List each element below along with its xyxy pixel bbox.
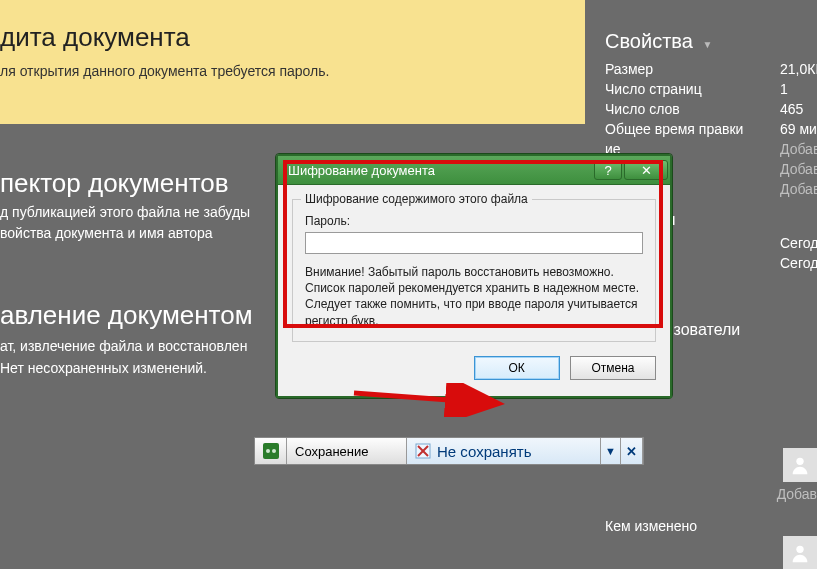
dropdown-button[interactable]: ▼ [601, 438, 621, 464]
person-icon [789, 542, 811, 564]
changed-by-label: Кем изменено [605, 518, 697, 534]
dont-save-label: Не сохранять [437, 443, 531, 460]
prop-row: Число слов465 [605, 101, 817, 117]
svg-point-0 [796, 458, 803, 465]
dialog-title: Шифрование документа [288, 163, 435, 178]
manage-heading: авление документом [0, 300, 253, 331]
properties-header[interactable]: Свойства ▼ [605, 30, 817, 53]
word-icon [263, 443, 279, 459]
cancel-button[interactable]: Отмена [570, 356, 656, 380]
chevron-down-icon: ▼ [702, 39, 712, 50]
avatar[interactable] [783, 448, 817, 482]
bar-close-button[interactable]: ✕ [621, 438, 643, 464]
prop-row: Размер21,0КБ [605, 61, 817, 77]
inspector-line: войства документа и имя автора [0, 225, 213, 241]
close-button[interactable]: ✕ [624, 160, 668, 180]
encrypt-dialog: Шифрование документа ? ✕ Шифрование соде… [275, 153, 673, 399]
manage-line: Нет несохраненных изменений. [0, 360, 207, 376]
svg-point-5 [272, 449, 276, 453]
group-legend: Шифрование содержимого этого файла [301, 192, 532, 206]
prop-row: Общее время правки69 мин [605, 121, 817, 137]
save-label: Сохранение [295, 444, 369, 459]
dialog-buttons: ОК Отмена [292, 356, 656, 380]
dont-save-button[interactable]: Не сохранять [407, 438, 601, 464]
encrypt-group: Шифрование содержимого этого файла Парол… [292, 199, 656, 342]
dialog-body: Шифрование содержимого этого файла Парол… [278, 184, 670, 396]
svg-point-4 [266, 449, 270, 453]
save-button[interactable]: Сохранение [287, 438, 407, 464]
svg-point-1 [796, 546, 803, 553]
manage-line: ат, извлечение файла и восстановлен [0, 338, 247, 354]
dialog-titlebar[interactable]: Шифрование документа ? ✕ [278, 156, 670, 184]
protection-subtitle: ля открытия данного документа требуется … [0, 63, 585, 79]
protection-banner: дита документа ля открытия данного докум… [0, 0, 585, 124]
inspector-heading: пектор документов [0, 168, 229, 199]
help-button[interactable]: ? [594, 160, 622, 180]
avatar[interactable] [783, 536, 817, 569]
person-icon [789, 454, 811, 476]
word-save-bar: Сохранение Не сохранять ▼ ✕ [254, 437, 644, 465]
password-warning: Внимание! Забытый пароль восстановить не… [305, 264, 643, 329]
properties-header-label: Свойства [605, 30, 693, 52]
ok-button[interactable]: ОК [474, 356, 560, 380]
svg-rect-3 [263, 443, 279, 459]
prop-row: Число страниц1 [605, 81, 817, 97]
inspector-line: д публикацией этого файла не забуды [0, 204, 250, 220]
app-icon[interactable] [255, 438, 287, 464]
password-input[interactable] [305, 232, 643, 254]
add-author-link[interactable]: Добав [777, 486, 817, 502]
dont-save-icon [415, 443, 431, 459]
password-label: Пароль: [305, 214, 643, 228]
protection-title: дита документа [0, 22, 585, 53]
